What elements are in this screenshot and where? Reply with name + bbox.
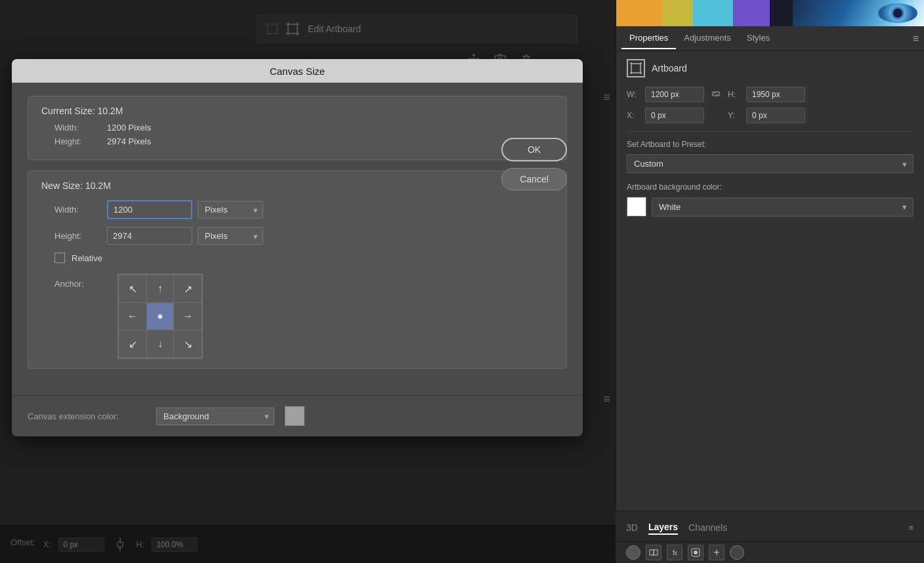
bg-color-swatch[interactable] — [627, 197, 646, 217]
xy-field-row: X: Y: — [627, 108, 914, 123]
relative-row: Relative — [41, 253, 553, 263]
bottom-panel-menu-icon[interactable]: ≡ — [908, 523, 914, 533]
svg-point-24 — [694, 551, 698, 554]
anchor-cell-br[interactable]: ↘ — [175, 331, 201, 357]
layers-link-icon[interactable] — [646, 545, 662, 560]
dialog-title-bar: Canvas Size — [12, 59, 583, 83]
relative-checkbox[interactable] — [54, 253, 65, 263]
current-height-label: Height: — [54, 136, 107, 146]
bottom-icons-row: fx + — [616, 542, 924, 563]
canvas-ext-select-wrapper: Background Foreground White Black Gray O… — [156, 407, 274, 425]
y-input[interactable] — [746, 108, 805, 123]
new-width-input[interactable] — [107, 200, 192, 219]
x-label: X: — [627, 111, 640, 120]
current-size-section: Current Size: 10.2M Width: 1200 Pixels H… — [28, 96, 567, 160]
h-label: H: — [728, 90, 741, 99]
new-size-section: New Size: 10.2M Width: Pixels Inches Cen… — [28, 171, 567, 369]
anchor-cell-bl[interactable]: ↙ — [119, 331, 146, 357]
color-strip — [616, 0, 924, 26]
tab-properties[interactable]: Properties — [621, 28, 676, 49]
tab-adjustments[interactable]: Adjustments — [676, 28, 739, 49]
divider-1 — [627, 131, 914, 132]
canvas-ext-label: Canvas extension color: — [28, 411, 146, 421]
tab-layers[interactable]: Layers — [648, 520, 678, 535]
y-label: Y: — [728, 111, 741, 120]
artboard-title: Artboard — [652, 63, 687, 73]
height-unit-select[interactable]: Pixels Inches Centimeters Percent — [198, 227, 263, 245]
canvas-ext-select[interactable]: Background Foreground White Black Gray O… — [156, 407, 274, 425]
height-unit-wrapper: Pixels Inches Centimeters Percent — [198, 227, 263, 245]
ok-button[interactable]: OK — [501, 138, 567, 161]
anchor-grid: ↖ ↑ ↗ ← ● → ↙ ↓ ↘ — [117, 274, 203, 359]
preset-select[interactable]: Custom iPhone 12 Pro iPad Pro MacBook Pr… — [627, 154, 914, 173]
layers-delete-icon[interactable] — [730, 545, 744, 560]
anchor-cell-tc[interactable]: ↑ — [147, 276, 173, 302]
panel-tab-menu-icon[interactable]: ≡ — [913, 33, 919, 45]
current-width-value: 1200 Pixels — [107, 123, 151, 133]
artboard-header: Artboard — [627, 59, 914, 77]
right-panel: Properties Adjustments Styles ≡ — [616, 0, 924, 563]
width-unit-wrapper: Pixels Inches Centimeters Percent — [198, 201, 263, 219]
new-height-label: Height: — [54, 231, 107, 241]
dialog-overlay: Canvas Size Current Size: 10.2M Width: 1… — [0, 0, 616, 563]
tab-3d[interactable]: 3D — [626, 521, 638, 534]
dialog-body: Current Size: 10.2M Width: 1200 Pixels H… — [12, 83, 583, 395]
svg-rect-22 — [654, 550, 658, 555]
new-height-row: Height: Pixels Inches Centimeters Percen… — [41, 227, 553, 245]
bottom-tabs-row: 3D Layers Channels ≡ — [616, 511, 924, 542]
canvas-ext-color-swatch[interactable] — [285, 406, 304, 426]
anchor-row: Anchor: ↖ ↑ ↗ ← ● → ↙ ↓ ↘ — [41, 274, 553, 359]
new-size-title: New Size: 10.2M — [41, 180, 553, 191]
new-width-row: Width: Pixels Inches Centimeters Percent — [41, 200, 553, 219]
current-width-label: Width: — [54, 123, 107, 133]
current-height-row: Height: 2974 Pixels — [41, 136, 553, 146]
w-input[interactable] — [645, 87, 704, 102]
current-size-title: Current Size: 10.2M — [41, 106, 553, 116]
bg-color-row: White Black Transparent Custom... — [627, 197, 914, 217]
w-label: W: — [627, 90, 640, 99]
width-unit-select[interactable]: Pixels Inches Centimeters Percent — [198, 201, 263, 219]
svg-rect-21 — [650, 550, 654, 555]
layers-eye-icon[interactable] — [626, 545, 640, 560]
anchor-cell-mr[interactable]: → — [175, 303, 201, 329]
bg-color-select-wrapper: White Black Transparent Custom... — [652, 198, 914, 217]
canvas-extension-row: Canvas extension color: Background Foreg… — [12, 395, 583, 436]
canvas-size-dialog: Canvas Size Current Size: 10.2M Width: 1… — [12, 59, 583, 436]
tab-channels[interactable]: Channels — [688, 521, 727, 534]
anchor-cell-bc[interactable]: ↓ — [147, 331, 173, 357]
artboard-properties: Artboard W: H: X: Y: Set Artboard — [616, 51, 924, 563]
current-height-value: 2974 Pixels — [107, 136, 151, 146]
layers-fx-icon[interactable]: fx — [667, 545, 682, 560]
relative-label: Relative — [72, 253, 102, 263]
h-input[interactable] — [746, 87, 805, 102]
layers-add-icon[interactable]: + — [709, 545, 724, 560]
layers-mask-icon[interactable] — [688, 545, 704, 560]
bg-color-select[interactable]: White Black Transparent Custom... — [652, 198, 914, 217]
preset-select-wrapper: Custom iPhone 12 Pro iPad Pro MacBook Pr… — [627, 154, 914, 173]
svg-rect-12 — [631, 64, 640, 73]
panel-tabs: Properties Adjustments Styles ≡ — [616, 26, 924, 51]
tab-styles[interactable]: Styles — [739, 28, 778, 49]
link-icon[interactable] — [709, 87, 723, 102]
x-input[interactable] — [645, 108, 704, 123]
anchor-cell-ml[interactable]: ← — [119, 303, 146, 329]
dialog-buttons: OK Cancel — [501, 138, 567, 190]
artboard-type-icon — [627, 59, 645, 77]
new-width-label: Width: — [54, 205, 107, 215]
new-height-input[interactable] — [107, 227, 192, 245]
bg-color-label: Artboard background color: — [627, 182, 914, 192]
dialog-title: Canvas Size — [270, 66, 325, 77]
anchor-cell-tr[interactable]: ↗ — [175, 276, 201, 302]
anchor-cell-mc[interactable]: ● — [147, 303, 173, 329]
cancel-button[interactable]: Cancel — [501, 168, 567, 190]
anchor-label: Anchor: — [54, 274, 107, 289]
preset-label: Set Artboard to Preset: — [627, 140, 914, 149]
wh-field-row: W: H: — [627, 87, 914, 102]
anchor-cell-tl[interactable]: ↖ — [119, 276, 146, 302]
bottom-right-panel: 3D Layers Channels ≡ fx + — [616, 511, 924, 563]
current-width-row: Width: 1200 Pixels — [41, 123, 553, 133]
